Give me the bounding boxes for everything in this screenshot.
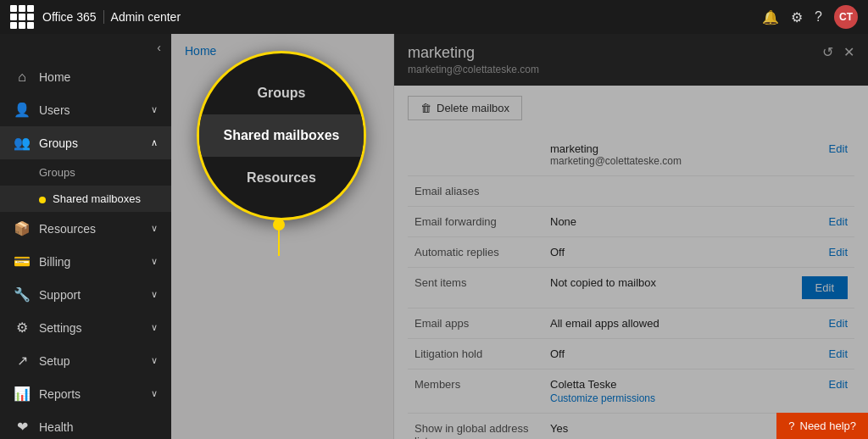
chevron-down-icon: ∨	[151, 256, 158, 267]
avatar[interactable]: CT	[834, 5, 858, 29]
arrow-dot	[273, 219, 285, 231]
sidebar-item-setup[interactable]: ↗ Setup ∨	[0, 344, 171, 377]
home-icon: ⌂	[14, 69, 31, 85]
sidebar-item-reports[interactable]: 📊 Reports ∨	[0, 377, 171, 410]
sidebar-item-groups-sub[interactable]: Groups	[0, 159, 171, 186]
sidebar-item-resources[interactable]: 📦 Resources ∨	[0, 212, 171, 245]
sidebar-item-support[interactable]: 🔧 Support ∨	[0, 278, 171, 311]
sidebar-item-label: Setup	[39, 354, 142, 368]
need-help-icon: ?	[788, 420, 794, 432]
notification-icon[interactable]: 🔔	[762, 9, 779, 25]
sidebar-item-health[interactable]: ❤ Health	[0, 410, 171, 439]
popup-groups[interactable]: Groups	[199, 72, 364, 114]
sidebar-item-billing[interactable]: 💳 Billing ∨	[0, 245, 171, 278]
brand-divider	[103, 10, 104, 24]
product-name: Office 365	[42, 10, 97, 24]
chevron-down-icon: ∨	[151, 355, 158, 366]
arrow-line	[278, 231, 280, 256]
popup-resources[interactable]: Resources	[199, 157, 364, 199]
need-help-label: Need help?	[800, 420, 857, 432]
sidebar-item-settings[interactable]: ⚙ Settings ∨	[0, 311, 171, 344]
sidebar-item-label: Settings	[39, 321, 142, 335]
reports-icon: 📊	[14, 386, 31, 402]
popup-shared-mailboxes[interactable]: Shared mailboxes	[199, 114, 364, 157]
billing-icon: 💳	[14, 253, 31, 270]
sidebar-item-label: Groups	[39, 136, 142, 150]
sidebar-item-label: Resources	[39, 222, 142, 236]
support-icon: 🔧	[14, 286, 31, 303]
collapse-btn[interactable]: ‹	[0, 34, 171, 61]
collapse-icon: ‹	[157, 41, 161, 54]
health-icon: ❤	[14, 419, 31, 435]
topbar: Office 365 Admin center 🔔 ⚙ ? CT	[0, 0, 868, 34]
resources-icon: 📦	[14, 220, 31, 236]
popup-circle: Groups Shared mailboxes Resources	[197, 51, 366, 220]
sidebar-item-label: Reports	[39, 387, 142, 401]
chevron-down-icon: ∨	[151, 322, 158, 333]
brand: Office 365 Admin center	[42, 10, 181, 24]
users-icon: 👤	[14, 102, 31, 118]
chevron-down-icon: ∨	[151, 289, 158, 300]
settings-icon: ⚙	[14, 320, 31, 336]
annotation-arrow	[273, 219, 285, 256]
sidebar-item-label: Billing	[39, 255, 142, 269]
sidebar-item-home[interactable]: ⌂ Home	[0, 61, 171, 93]
groups-submenu: Groups Shared mailboxes	[0, 159, 171, 212]
sidebar-item-label: Home	[39, 70, 158, 84]
sidebar-item-label: Users	[39, 103, 142, 117]
sidebar-item-shared-mailboxes[interactable]: Shared mailboxes	[0, 186, 171, 212]
waffle-menu[interactable]	[10, 5, 34, 29]
help-icon[interactable]: ?	[815, 9, 822, 25]
need-help-button[interactable]: ? Need help?	[776, 413, 868, 439]
chevron-down-icon: ∨	[151, 388, 158, 399]
sidebar-item-groups[interactable]: 👥 Groups ∧	[0, 126, 171, 159]
section-name: Admin center	[111, 10, 181, 24]
setup-icon: ↗	[14, 353, 31, 369]
sidebar: ‹ ⌂ Home 👤 Users ∨ 👥 Groups ∧ Groups Sha…	[0, 34, 171, 439]
chevron-down-icon: ∨	[151, 104, 158, 115]
main-layout: ‹ ⌂ Home 👤 Users ∨ 👥 Groups ∧ Groups Sha…	[0, 34, 868, 439]
groups-icon: 👥	[14, 135, 31, 151]
sidebar-item-label: Health	[39, 420, 158, 434]
sidebar-item-users[interactable]: 👤 Users ∨	[0, 93, 171, 126]
content-area: Home Groups Shared mailboxes Resources m…	[171, 34, 868, 439]
settings-icon[interactable]: ⚙	[791, 9, 803, 25]
sidebar-item-label: Support	[39, 288, 142, 302]
chevron-down-icon: ∨	[151, 223, 158, 234]
chevron-up-icon: ∧	[151, 137, 158, 148]
topbar-actions: 🔔 ⚙ ? CT	[762, 5, 858, 29]
